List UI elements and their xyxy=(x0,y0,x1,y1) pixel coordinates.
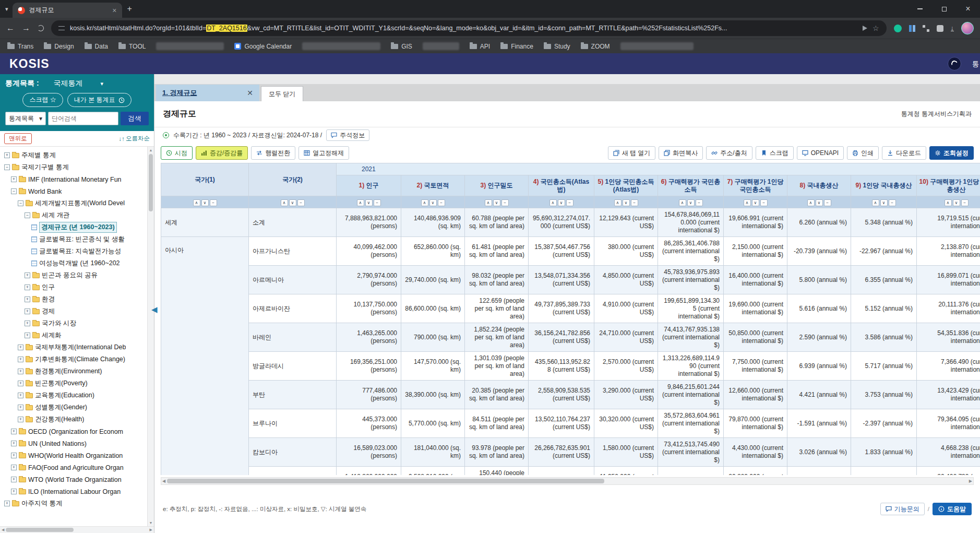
sort-clear-button[interactable]: − xyxy=(631,199,638,206)
bookmark-item[interactable]: Google Calendar xyxy=(234,43,292,50)
faq-button[interactable]: 기능문의 xyxy=(880,503,925,515)
bookmark-item[interactable]: API xyxy=(470,43,490,50)
scrollbar-thumb[interactable] xyxy=(149,154,153,211)
close-all-tabs-button[interactable]: 모두 닫기 xyxy=(261,86,303,101)
profile-avatar[interactable] xyxy=(961,22,974,34)
expand-icon[interactable]: + xyxy=(18,405,23,410)
column-header[interactable]: 7) 구매력평가 1인당 국민총소득 xyxy=(724,175,787,196)
tree-item[interactable]: −세계 개관 xyxy=(1,209,147,221)
sort-desc-button[interactable]: ∨ xyxy=(429,199,437,206)
doc-tab-close-icon[interactable]: ✕ xyxy=(247,89,253,97)
sort-asc-button[interactable]: ∧ xyxy=(357,199,364,206)
tree-item[interactable]: +환경통계(Environment) xyxy=(1,365,147,377)
sort-clear-button[interactable]: − xyxy=(501,199,509,206)
sort-asc-button[interactable]: ∧ xyxy=(549,199,557,206)
new-tab-icon[interactable]: + xyxy=(127,4,132,14)
expand-icon[interactable]: + xyxy=(18,393,23,398)
tree-item[interactable]: +건강통계(Health) xyxy=(1,413,147,425)
download-button[interactable]: 다운로드 xyxy=(882,146,926,160)
close-button[interactable]: × xyxy=(956,0,980,18)
expand-icon[interactable]: + xyxy=(18,357,23,362)
sort-desc-button[interactable]: ∨ xyxy=(880,199,888,206)
kosis-logo[interactable]: KOSIS xyxy=(9,57,50,71)
change-rate-button[interactable]: 증감/증감률 xyxy=(196,146,248,160)
tree-item[interactable]: +WTO (World Trade Organization xyxy=(1,473,147,485)
scrollbar-thumb[interactable] xyxy=(6,528,74,532)
bookmark-item[interactable]: TOOL xyxy=(118,43,146,50)
tree-item[interactable]: 글로벌목표: 빈곤종식 및 생활 xyxy=(1,233,147,245)
scrollbar-thumb[interactable] xyxy=(167,479,604,483)
search-scope-select[interactable]: 통계목록▾ xyxy=(5,112,46,125)
minimize-button[interactable] xyxy=(908,0,932,18)
collapse-icon[interactable]: − xyxy=(4,164,10,170)
tree-item[interactable]: +아주지역 통계 xyxy=(1,498,147,510)
sort-asc-button[interactable]: ∧ xyxy=(421,199,428,206)
expand-icon[interactable]: + xyxy=(11,176,17,182)
column-header[interactable]: 1) 인구 xyxy=(337,175,401,196)
sort-clear-button[interactable]: − xyxy=(760,199,768,206)
doc-tab-economy[interactable]: 1. 경제규모 ✕ xyxy=(156,85,259,101)
tree-item[interactable]: +인구 xyxy=(1,281,147,293)
extension-grammarly-icon[interactable] xyxy=(894,25,902,32)
bookmark-item[interactable]: ZOOM xyxy=(581,43,610,50)
column-header-country1[interactable]: 국가(1) xyxy=(161,163,249,196)
bookmark-item[interactable]: Trans xyxy=(7,43,33,50)
tree-item[interactable]: −세계개발지표통계(World Devel xyxy=(1,197,147,209)
help-button[interactable]: 도움말 xyxy=(933,503,972,515)
collapse-icon[interactable]: − xyxy=(25,212,30,218)
expand-icon[interactable]: + xyxy=(25,285,30,290)
stat-list-selector[interactable]: 통계목록 : 국제통계 ▾ xyxy=(5,79,149,88)
sort-asc-button[interactable]: ∧ xyxy=(872,199,879,206)
sort-clear-button[interactable]: − xyxy=(696,199,703,206)
sort-desc-button[interactable]: ∨ xyxy=(687,199,695,206)
scroll-left-icon[interactable]: ◀ xyxy=(162,479,165,483)
expand-icon[interactable]: + xyxy=(25,273,30,278)
query-settings-button[interactable]: 조회설정 xyxy=(929,146,974,160)
bookmark-item[interactable]: Data xyxy=(85,43,108,50)
extensions-puzzle-icon[interactable] xyxy=(937,25,943,32)
maximize-button[interactable] xyxy=(932,0,956,18)
expand-icon[interactable]: + xyxy=(18,369,23,374)
sort-asc-button[interactable]: ∧ xyxy=(281,199,288,206)
expand-icon[interactable]: + xyxy=(25,297,30,302)
tree-item[interactable]: +빈곤과 풍요의 공유 xyxy=(1,269,147,281)
collapse-icon[interactable]: − xyxy=(11,188,17,194)
share-url-button[interactable]: 주소/출처 xyxy=(706,146,752,160)
column-header-country2[interactable]: 국가(2) xyxy=(249,163,337,196)
scroll-top-button[interactable]: 맨위로 xyxy=(4,133,32,144)
browser-tab[interactable]: 경제규모 × xyxy=(13,3,122,18)
tree-item[interactable]: +UN (United Nations) xyxy=(1,437,147,449)
bookmark-star-icon[interactable]: ☆ xyxy=(873,24,879,32)
openapi-button[interactable]: OPENAPI xyxy=(797,146,844,160)
sort-clear-button[interactable]: − xyxy=(824,199,831,206)
tree-item[interactable]: +WHO(World Health Organization xyxy=(1,449,147,461)
forward-icon[interactable]: → xyxy=(22,23,30,33)
screen-copy-button[interactable]: 화면복사 xyxy=(659,146,703,160)
column-header[interactable]: 5) 1인당 국민총소득 (Atlas법) xyxy=(594,175,658,196)
sort-ascending-link[interactable]: ↓↑오름차순 xyxy=(119,135,150,143)
sort-clear-button[interactable]: − xyxy=(297,199,305,206)
tree-item[interactable]: +성별통계(Gender) xyxy=(1,401,147,413)
column-header[interactable]: 3) 인구밀도 xyxy=(465,175,529,196)
site-settings-icon[interactable] xyxy=(58,26,65,30)
tree-item[interactable]: +ILO (International Labour Organ xyxy=(1,485,147,498)
expand-icon[interactable]: + xyxy=(18,381,23,386)
expand-icon[interactable]: + xyxy=(11,429,17,434)
sort-clear-button[interactable]: − xyxy=(566,199,573,206)
tree-item[interactable]: +국제부채통계(International Deb xyxy=(1,341,147,353)
expand-icon[interactable]: + xyxy=(11,465,17,470)
sort-clear-button[interactable]: − xyxy=(210,199,217,206)
sort-clear-button[interactable]: − xyxy=(961,199,969,206)
expand-icon[interactable]: + xyxy=(4,501,10,506)
search-button[interactable]: 검색 xyxy=(121,112,149,125)
tree-item[interactable]: +빈곤통계(Poverty) xyxy=(1,377,147,389)
tree-item[interactable]: −국제기구별 통계 xyxy=(1,161,147,173)
refresh-icon[interactable] xyxy=(38,25,44,31)
url-text[interactable]: kosis.kr/statHtml/statHtml.do?orgId=101&… xyxy=(70,25,857,32)
scroll-right-icon[interactable]: ▶ xyxy=(969,479,972,483)
bookmark-item[interactable]: Design xyxy=(44,43,74,50)
tree-item[interactable]: −World Bank xyxy=(1,185,147,197)
tab-close-icon[interactable]: × xyxy=(112,6,116,15)
sort-clear-button[interactable]: − xyxy=(438,199,445,206)
bookmark-item[interactable]: GIS xyxy=(391,43,412,50)
